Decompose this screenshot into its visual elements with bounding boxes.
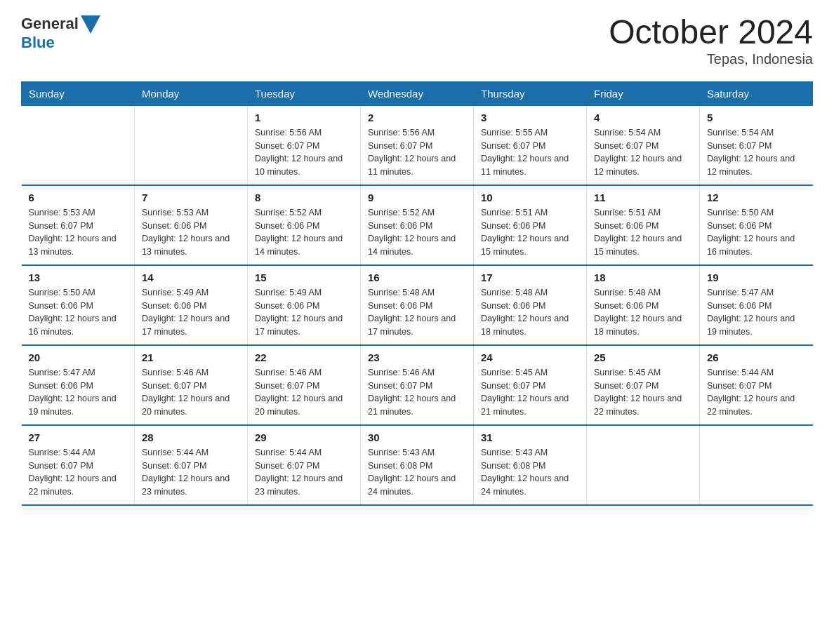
day-number: 14 <box>142 271 240 283</box>
day-info: Sunrise: 5:44 AMSunset: 6:07 PMDaylight:… <box>29 446 128 499</box>
calendar-header-row: SundayMondayTuesdayWednesdayThursdayFrid… <box>22 81 813 105</box>
day-info: Sunrise: 5:44 AMSunset: 6:07 PMDaylight:… <box>255 446 353 499</box>
calendar-cell: 31Sunrise: 5:43 AMSunset: 6:08 PMDayligh… <box>474 425 587 505</box>
svg-marker-0 <box>81 15 100 34</box>
day-info: Sunrise: 5:52 AMSunset: 6:06 PMDaylight:… <box>255 206 353 259</box>
header-saturday: Saturday <box>700 81 813 105</box>
calendar-cell: 14Sunrise: 5:49 AMSunset: 6:06 PMDayligh… <box>135 265 248 345</box>
calendar-cell: 1Sunrise: 5:56 AMSunset: 6:07 PMDaylight… <box>248 105 361 185</box>
calendar-cell: 23Sunrise: 5:46 AMSunset: 6:07 PMDayligh… <box>361 345 474 425</box>
calendar-cell: 9Sunrise: 5:52 AMSunset: 6:06 PMDaylight… <box>361 185 474 265</box>
header-friday: Friday <box>587 81 700 105</box>
day-number: 4 <box>594 112 692 123</box>
day-number: 15 <box>255 271 353 283</box>
calendar-cell: 22Sunrise: 5:46 AMSunset: 6:07 PMDayligh… <box>248 345 361 425</box>
day-number: 19 <box>707 271 806 283</box>
day-number: 27 <box>29 431 128 443</box>
day-number: 28 <box>142 431 240 443</box>
day-number: 3 <box>481 112 579 123</box>
title-section: October 2024 Tepas, Indonesia <box>609 14 813 67</box>
day-number: 21 <box>142 351 240 363</box>
day-info: Sunrise: 5:49 AMSunset: 6:06 PMDaylight:… <box>255 286 353 339</box>
logo: General Blue <box>21 14 100 52</box>
day-info: Sunrise: 5:54 AMSunset: 6:07 PMDaylight:… <box>707 126 806 179</box>
calendar-cell: 21Sunrise: 5:46 AMSunset: 6:07 PMDayligh… <box>135 345 248 425</box>
day-info: Sunrise: 5:55 AMSunset: 6:07 PMDaylight:… <box>481 126 579 179</box>
week-row-5: 27Sunrise: 5:44 AMSunset: 6:07 PMDayligh… <box>22 425 813 505</box>
day-info: Sunrise: 5:51 AMSunset: 6:06 PMDaylight:… <box>594 206 692 259</box>
day-number: 2 <box>368 112 466 123</box>
day-number: 1 <box>255 112 353 123</box>
day-info: Sunrise: 5:51 AMSunset: 6:06 PMDaylight:… <box>481 206 579 259</box>
header-monday: Monday <box>135 81 248 105</box>
day-info: Sunrise: 5:46 AMSunset: 6:07 PMDaylight:… <box>142 366 240 419</box>
day-number: 30 <box>368 431 466 443</box>
calendar-cell <box>22 105 135 185</box>
day-info: Sunrise: 5:49 AMSunset: 6:06 PMDaylight:… <box>142 286 240 339</box>
day-info: Sunrise: 5:56 AMSunset: 6:07 PMDaylight:… <box>255 126 353 179</box>
header-sunday: Sunday <box>22 81 135 105</box>
day-info: Sunrise: 5:44 AMSunset: 6:07 PMDaylight:… <box>142 446 240 499</box>
calendar-cell: 18Sunrise: 5:48 AMSunset: 6:06 PMDayligh… <box>587 265 700 345</box>
page-header: General Blue October 2024 Tepas, Indones… <box>21 14 813 67</box>
header-thursday: Thursday <box>474 81 587 105</box>
day-info: Sunrise: 5:47 AMSunset: 6:06 PMDaylight:… <box>29 366 128 419</box>
calendar-table: SundayMondayTuesdayWednesdayThursdayFrid… <box>21 81 813 506</box>
calendar-title: October 2024 <box>609 14 813 51</box>
calendar-cell <box>135 105 248 185</box>
calendar-cell: 16Sunrise: 5:48 AMSunset: 6:06 PMDayligh… <box>361 265 474 345</box>
day-number: 22 <box>255 351 353 363</box>
calendar-cell: 3Sunrise: 5:55 AMSunset: 6:07 PMDaylight… <box>474 105 587 185</box>
day-info: Sunrise: 5:50 AMSunset: 6:06 PMDaylight:… <box>29 286 128 339</box>
day-info: Sunrise: 5:48 AMSunset: 6:06 PMDaylight:… <box>481 286 579 339</box>
day-number: 11 <box>594 192 692 203</box>
day-number: 23 <box>368 351 466 363</box>
calendar-cell: 20Sunrise: 5:47 AMSunset: 6:06 PMDayligh… <box>22 345 135 425</box>
calendar-cell: 12Sunrise: 5:50 AMSunset: 6:06 PMDayligh… <box>700 185 813 265</box>
calendar-cell: 15Sunrise: 5:49 AMSunset: 6:06 PMDayligh… <box>248 265 361 345</box>
day-number: 16 <box>368 271 466 283</box>
calendar-cell: 25Sunrise: 5:45 AMSunset: 6:07 PMDayligh… <box>587 345 700 425</box>
calendar-subtitle: Tepas, Indonesia <box>609 51 813 67</box>
header-wednesday: Wednesday <box>361 81 474 105</box>
calendar-cell: 4Sunrise: 5:54 AMSunset: 6:07 PMDaylight… <box>587 105 700 185</box>
day-info: Sunrise: 5:52 AMSunset: 6:06 PMDaylight:… <box>368 206 466 259</box>
calendar-cell <box>587 425 700 505</box>
calendar-cell: 28Sunrise: 5:44 AMSunset: 6:07 PMDayligh… <box>135 425 248 505</box>
calendar-cell: 26Sunrise: 5:44 AMSunset: 6:07 PMDayligh… <box>700 345 813 425</box>
day-number: 10 <box>481 192 579 203</box>
day-info: Sunrise: 5:50 AMSunset: 6:06 PMDaylight:… <box>707 206 806 259</box>
day-info: Sunrise: 5:43 AMSunset: 6:08 PMDaylight:… <box>481 446 579 499</box>
day-number: 5 <box>707 112 806 123</box>
calendar-cell: 2Sunrise: 5:56 AMSunset: 6:07 PMDaylight… <box>361 105 474 185</box>
day-number: 17 <box>481 271 579 283</box>
day-info: Sunrise: 5:54 AMSunset: 6:07 PMDaylight:… <box>594 126 692 179</box>
day-number: 18 <box>594 271 692 283</box>
logo-general-text: General <box>21 15 79 33</box>
day-number: 8 <box>255 192 353 203</box>
day-info: Sunrise: 5:44 AMSunset: 6:07 PMDaylight:… <box>707 366 806 419</box>
logo-blue-text: Blue <box>21 34 55 51</box>
day-number: 9 <box>368 192 466 203</box>
day-info: Sunrise: 5:53 AMSunset: 6:06 PMDaylight:… <box>142 206 240 259</box>
day-number: 7 <box>142 192 240 203</box>
calendar-cell: 7Sunrise: 5:53 AMSunset: 6:06 PMDaylight… <box>135 185 248 265</box>
week-row-3: 13Sunrise: 5:50 AMSunset: 6:06 PMDayligh… <box>22 265 813 345</box>
day-info: Sunrise: 5:43 AMSunset: 6:08 PMDaylight:… <box>368 446 466 499</box>
calendar-cell: 30Sunrise: 5:43 AMSunset: 6:08 PMDayligh… <box>361 425 474 505</box>
logo-icon <box>81 15 100 34</box>
week-row-2: 6Sunrise: 5:53 AMSunset: 6:07 PMDaylight… <box>22 185 813 265</box>
day-number: 25 <box>594 351 692 363</box>
day-number: 26 <box>707 351 806 363</box>
calendar-cell: 13Sunrise: 5:50 AMSunset: 6:06 PMDayligh… <box>22 265 135 345</box>
day-info: Sunrise: 5:47 AMSunset: 6:06 PMDaylight:… <box>707 286 806 339</box>
day-info: Sunrise: 5:45 AMSunset: 6:07 PMDaylight:… <box>481 366 579 419</box>
calendar-cell: 11Sunrise: 5:51 AMSunset: 6:06 PMDayligh… <box>587 185 700 265</box>
day-number: 24 <box>481 351 579 363</box>
day-info: Sunrise: 5:53 AMSunset: 6:07 PMDaylight:… <box>29 206 128 259</box>
calendar-cell: 5Sunrise: 5:54 AMSunset: 6:07 PMDaylight… <box>700 105 813 185</box>
calendar-cell: 29Sunrise: 5:44 AMSunset: 6:07 PMDayligh… <box>248 425 361 505</box>
day-info: Sunrise: 5:56 AMSunset: 6:07 PMDaylight:… <box>368 126 466 179</box>
day-info: Sunrise: 5:48 AMSunset: 6:06 PMDaylight:… <box>594 286 692 339</box>
calendar-cell: 19Sunrise: 5:47 AMSunset: 6:06 PMDayligh… <box>700 265 813 345</box>
